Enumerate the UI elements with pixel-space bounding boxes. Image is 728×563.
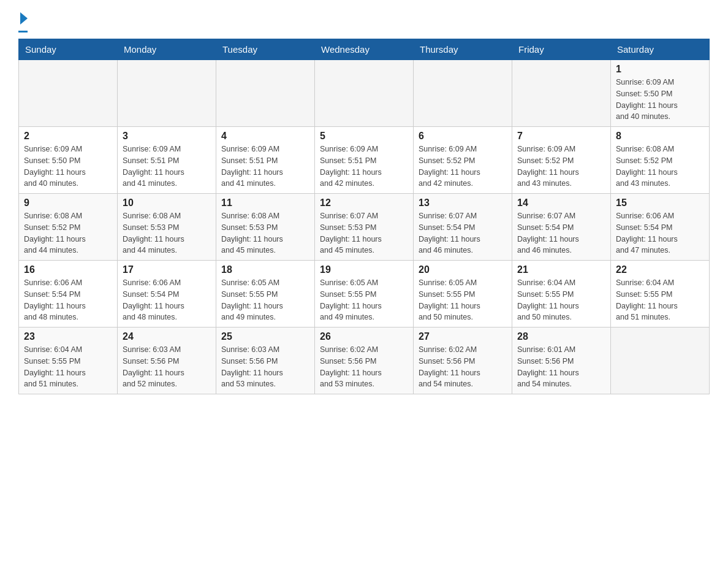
calendar-cell: 18Sunrise: 6:05 AMSunset: 5:55 PMDayligh… <box>216 261 315 327</box>
calendar-cell: 3Sunrise: 6:09 AMSunset: 5:51 PMDaylight… <box>118 127 216 194</box>
day-info: Sunrise: 6:09 AMSunset: 5:51 PMDaylight:… <box>123 144 211 190</box>
day-number: 14 <box>517 197 605 209</box>
calendar-cell: 10Sunrise: 6:08 AMSunset: 5:53 PMDayligh… <box>118 194 216 261</box>
logo-underline <box>18 31 28 33</box>
day-info: Sunrise: 6:04 AMSunset: 5:55 PMDaylight:… <box>616 277 704 323</box>
calendar-cell: 7Sunrise: 6:09 AMSunset: 5:52 PMDaylight… <box>512 127 611 194</box>
day-info: Sunrise: 6:06 AMSunset: 5:54 PMDaylight:… <box>24 277 112 323</box>
week-row-1: 1Sunrise: 6:09 AMSunset: 5:50 PMDaylight… <box>19 60 710 127</box>
day-number: 13 <box>419 197 507 209</box>
day-number: 26 <box>320 331 408 342</box>
week-row-4: 16Sunrise: 6:06 AMSunset: 5:54 PMDayligh… <box>19 261 710 327</box>
calendar-cell <box>611 327 710 394</box>
day-number: 17 <box>123 264 211 275</box>
day-info: Sunrise: 6:06 AMSunset: 5:54 PMDaylight:… <box>123 277 211 323</box>
week-row-5: 23Sunrise: 6:04 AMSunset: 5:55 PMDayligh… <box>19 327 710 394</box>
calendar-cell <box>315 60 414 127</box>
day-info: Sunrise: 6:08 AMSunset: 5:53 PMDaylight:… <box>221 210 309 256</box>
day-number: 8 <box>616 131 704 142</box>
calendar-cell: 25Sunrise: 6:03 AMSunset: 5:56 PMDayligh… <box>216 327 315 394</box>
calendar-table: SundayMondayTuesdayWednesdayThursdayFrid… <box>18 39 710 394</box>
calendar-cell: 23Sunrise: 6:04 AMSunset: 5:55 PMDayligh… <box>19 327 118 394</box>
weekday-header-friday: Friday <box>512 39 611 60</box>
day-number: 16 <box>24 264 112 275</box>
calendar-cell <box>118 60 216 127</box>
day-info: Sunrise: 6:01 AMSunset: 5:56 PMDaylight:… <box>517 344 605 390</box>
day-info: Sunrise: 6:07 AMSunset: 5:54 PMDaylight:… <box>419 210 507 256</box>
calendar-cell: 14Sunrise: 6:07 AMSunset: 5:54 PMDayligh… <box>512 194 611 261</box>
day-info: Sunrise: 6:04 AMSunset: 5:55 PMDaylight:… <box>24 344 112 390</box>
day-info: Sunrise: 6:05 AMSunset: 5:55 PMDaylight:… <box>419 277 507 323</box>
day-info: Sunrise: 6:09 AMSunset: 5:52 PMDaylight:… <box>419 144 507 190</box>
day-info: Sunrise: 6:09 AMSunset: 5:52 PMDaylight:… <box>517 144 605 190</box>
calendar-cell: 28Sunrise: 6:01 AMSunset: 5:56 PMDayligh… <box>512 327 611 394</box>
calendar-cell: 27Sunrise: 6:02 AMSunset: 5:56 PMDayligh… <box>414 327 512 394</box>
calendar-cell: 16Sunrise: 6:06 AMSunset: 5:54 PMDayligh… <box>19 261 118 327</box>
day-number: 20 <box>419 264 507 275</box>
weekday-header-saturday: Saturday <box>611 39 710 60</box>
calendar-cell: 2Sunrise: 6:09 AMSunset: 5:50 PMDaylight… <box>19 127 118 194</box>
day-info: Sunrise: 6:02 AMSunset: 5:56 PMDaylight:… <box>419 344 507 390</box>
calendar-cell: 22Sunrise: 6:04 AMSunset: 5:55 PMDayligh… <box>611 261 710 327</box>
day-number: 19 <box>320 264 408 275</box>
day-info: Sunrise: 6:09 AMSunset: 5:51 PMDaylight:… <box>221 144 309 190</box>
day-number: 9 <box>24 197 112 209</box>
calendar-cell <box>216 60 315 127</box>
day-number: 24 <box>123 331 211 342</box>
day-info: Sunrise: 6:03 AMSunset: 5:56 PMDaylight:… <box>221 344 309 390</box>
calendar-cell: 1Sunrise: 6:09 AMSunset: 5:50 PMDaylight… <box>611 60 710 127</box>
day-number: 3 <box>123 131 211 142</box>
day-info: Sunrise: 6:07 AMSunset: 5:53 PMDaylight:… <box>320 210 408 256</box>
week-row-3: 9Sunrise: 6:08 AMSunset: 5:52 PMDaylight… <box>19 194 710 261</box>
day-info: Sunrise: 6:05 AMSunset: 5:55 PMDaylight:… <box>221 277 309 323</box>
day-number: 7 <box>517 131 605 142</box>
calendar-cell: 4Sunrise: 6:09 AMSunset: 5:51 PMDaylight… <box>216 127 315 194</box>
calendar-cell: 15Sunrise: 6:06 AMSunset: 5:54 PMDayligh… <box>611 194 710 261</box>
day-number: 28 <box>517 331 605 342</box>
calendar-cell: 6Sunrise: 6:09 AMSunset: 5:52 PMDaylight… <box>414 127 512 194</box>
weekday-header-wednesday: Wednesday <box>315 39 414 60</box>
calendar-cell: 11Sunrise: 6:08 AMSunset: 5:53 PMDayligh… <box>216 194 315 261</box>
day-info: Sunrise: 6:08 AMSunset: 5:52 PMDaylight:… <box>616 144 704 190</box>
calendar-cell <box>512 60 611 127</box>
logo <box>18 12 28 33</box>
calendar-cell: 9Sunrise: 6:08 AMSunset: 5:52 PMDaylight… <box>19 194 118 261</box>
logo-text <box>18 12 28 29</box>
day-info: Sunrise: 6:08 AMSunset: 5:53 PMDaylight:… <box>123 210 211 256</box>
day-number: 5 <box>320 131 408 142</box>
calendar-cell: 12Sunrise: 6:07 AMSunset: 5:53 PMDayligh… <box>315 194 414 261</box>
calendar-cell: 26Sunrise: 6:02 AMSunset: 5:56 PMDayligh… <box>315 327 414 394</box>
weekday-header-row: SundayMondayTuesdayWednesdayThursdayFrid… <box>19 39 710 60</box>
day-number: 27 <box>419 331 507 342</box>
day-info: Sunrise: 6:08 AMSunset: 5:52 PMDaylight:… <box>24 210 112 256</box>
calendar-cell: 8Sunrise: 6:08 AMSunset: 5:52 PMDaylight… <box>611 127 710 194</box>
page-header <box>18 12 710 33</box>
calendar-cell: 20Sunrise: 6:05 AMSunset: 5:55 PMDayligh… <box>414 261 512 327</box>
day-info: Sunrise: 6:03 AMSunset: 5:56 PMDaylight:… <box>123 344 211 390</box>
weekday-header-tuesday: Tuesday <box>216 39 315 60</box>
day-info: Sunrise: 6:09 AMSunset: 5:51 PMDaylight:… <box>320 144 408 190</box>
day-number: 25 <box>221 331 309 342</box>
calendar-cell: 24Sunrise: 6:03 AMSunset: 5:56 PMDayligh… <box>118 327 216 394</box>
calendar-cell <box>414 60 512 127</box>
day-info: Sunrise: 6:06 AMSunset: 5:54 PMDaylight:… <box>616 210 704 256</box>
logo-arrow <box>20 12 28 25</box>
day-number: 18 <box>221 264 309 275</box>
calendar-cell: 13Sunrise: 6:07 AMSunset: 5:54 PMDayligh… <box>414 194 512 261</box>
day-info: Sunrise: 6:09 AMSunset: 5:50 PMDaylight:… <box>24 144 112 190</box>
day-number: 12 <box>320 197 408 209</box>
day-number: 23 <box>24 331 112 342</box>
weekday-header-monday: Monday <box>118 39 216 60</box>
day-info: Sunrise: 6:05 AMSunset: 5:55 PMDaylight:… <box>320 277 408 323</box>
calendar-cell: 5Sunrise: 6:09 AMSunset: 5:51 PMDaylight… <box>315 127 414 194</box>
day-info: Sunrise: 6:04 AMSunset: 5:55 PMDaylight:… <box>517 277 605 323</box>
day-number: 22 <box>616 264 704 275</box>
day-info: Sunrise: 6:09 AMSunset: 5:50 PMDaylight:… <box>616 77 704 123</box>
day-info: Sunrise: 6:07 AMSunset: 5:54 PMDaylight:… <box>517 210 605 256</box>
day-number: 15 <box>616 197 704 209</box>
calendar-cell: 19Sunrise: 6:05 AMSunset: 5:55 PMDayligh… <box>315 261 414 327</box>
day-number: 10 <box>123 197 211 209</box>
day-number: 11 <box>221 197 309 209</box>
day-number: 2 <box>24 131 112 142</box>
weekday-header-sunday: Sunday <box>19 39 118 60</box>
